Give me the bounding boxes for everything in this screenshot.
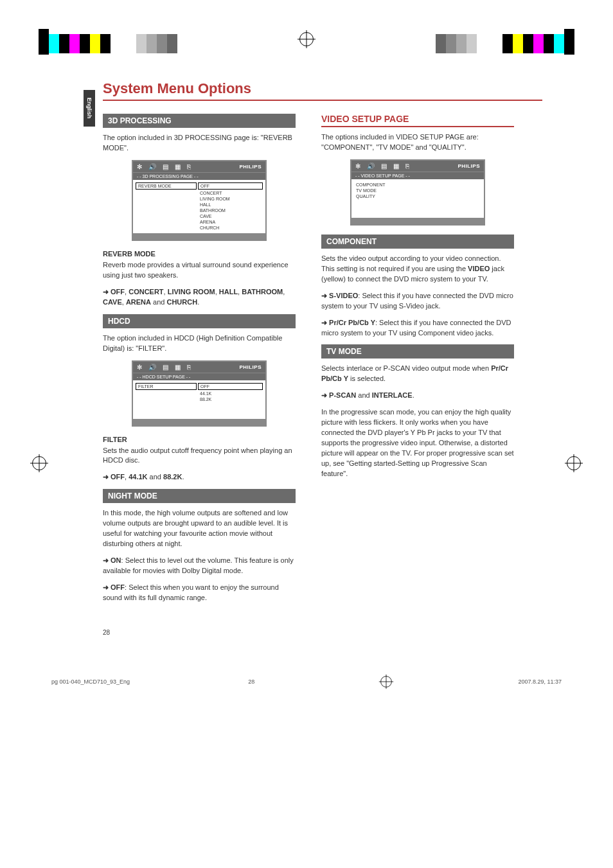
- osd-option: BATHROOM: [198, 208, 263, 213]
- exit-icon: ⎘: [405, 163, 409, 170]
- grid-icon: ▦: [393, 163, 399, 170]
- osd-brand: PHILIPS: [458, 163, 480, 169]
- gear-icon: ✻: [137, 163, 142, 170]
- reg-right: [436, 32, 574, 55]
- osd-option: COMPONENT: [354, 182, 415, 188]
- body-text: Sets the audio output cutoff frequency p…: [103, 446, 296, 466]
- osd-option: ARENA: [198, 219, 263, 225]
- osd-right-selected: OFF: [198, 383, 263, 390]
- section-tv-mode: TV MODE: [321, 344, 514, 359]
- osd-brand: PHILIPS: [239, 164, 262, 170]
- option-svideo: ➜ S-VIDEO: Select this if you have conne…: [321, 291, 514, 312]
- heading-reverb-mode: REVERB MODE: [103, 250, 296, 258]
- title-rule: [103, 100, 542, 101]
- osd-option: 44.1K: [198, 391, 263, 396]
- footer-meta: pg 001-040_MCD710_93_Eng 28 2007.8.29, 1…: [51, 675, 562, 689]
- body-text: The options included in VIDEO SETUP PAGE…: [321, 132, 514, 153]
- heading-filter: FILTER: [103, 436, 296, 443]
- osd-brand: PHILIPS: [239, 364, 262, 370]
- body-text: Selects interlace or P-SCAN video output…: [321, 364, 514, 384]
- exit-icon: ⎘: [187, 364, 191, 371]
- page-title: System Menu Options: [103, 80, 542, 97]
- osd-option: TV MODE: [354, 188, 415, 193]
- body-text: The option included in 3D PROCESSING pag…: [103, 133, 296, 154]
- crosshair-icon: [381, 676, 393, 687]
- body-text: Reverb mode provides a virtual surround …: [103, 260, 296, 281]
- option-list: ➜ OFF, CONCERT, LIVING ROOM, HALL, BATHR…: [103, 287, 296, 308]
- option-on: ➜ ON: Select this to level out the volum…: [103, 556, 296, 576]
- gear-icon: ✻: [137, 364, 142, 371]
- option-off: ➜ OFF: Select this when you want to enjo…: [103, 583, 296, 603]
- grid-icon: ▦: [175, 163, 181, 170]
- language-tab: English: [84, 90, 95, 127]
- reg-left: [39, 32, 177, 55]
- osd-crumb: - - VIDEO SETUP PAGE - -: [351, 172, 484, 179]
- exit-icon: ⎘: [187, 163, 191, 170]
- list-icon: ▤: [163, 163, 168, 170]
- footer-page: 28: [248, 678, 254, 685]
- crosshair-icon: [299, 32, 314, 46]
- osd-right-selected: OFF: [198, 182, 263, 190]
- option-list: ➜ OFF, 44.1K and 88.2K.: [103, 472, 296, 483]
- osd-option: HALL: [198, 202, 263, 208]
- body-text: The option included in HDCD (High Defini…: [103, 333, 296, 354]
- osd-option: CONCERT: [198, 190, 263, 196]
- body-text: In this mode, the high volume outputs ar…: [103, 508, 296, 549]
- body-text: Sets the video output according to your …: [321, 254, 514, 285]
- gear-icon: ✻: [355, 163, 360, 170]
- speaker-icon: 🔊: [148, 163, 156, 170]
- speaker-icon: 🔊: [148, 364, 156, 371]
- osd-left-selected: REVERB MODE: [136, 182, 197, 190]
- osd-crumb: - - 3D PROCESSING PAGE - -: [133, 172, 265, 180]
- osd-icons: ✻ 🔊 ▤ ▦ ⎘: [137, 364, 191, 371]
- body-text: In the progressive scan mode, you can en…: [321, 407, 514, 479]
- page-number: 28: [103, 629, 542, 636]
- option-list: ➜ P-SCAN and INTERLACE.: [321, 391, 514, 401]
- speaker-icon: 🔊: [367, 163, 375, 170]
- list-icon: ▤: [381, 163, 387, 170]
- osd-video-setup: ✻ 🔊 ▤ ▦ ⎘ PHILIPS - - VIDEO SETUP PAGE -…: [350, 159, 485, 226]
- section-component: COMPONENT: [321, 235, 514, 249]
- osd-icons: ✻ 🔊 ▤ ▦ ⎘: [355, 163, 409, 170]
- footer-date: 2007.8.29, 11:37: [518, 678, 562, 685]
- osd-option: CHURCH: [198, 225, 263, 231]
- heading-video-setup: VIDEO SETUP PAGE: [321, 114, 514, 127]
- list-icon: ▤: [163, 364, 168, 371]
- osd-left-selected: FILTER: [136, 383, 197, 390]
- right-column: VIDEO SETUP PAGE The options included in…: [321, 114, 514, 610]
- section-hdcd: HDCD: [103, 314, 296, 328]
- osd-option: CAVE: [198, 213, 263, 219]
- section-night-mode: NIGHT MODE: [103, 489, 296, 503]
- left-column: 3D PROCESSING The option included in 3D …: [103, 114, 296, 610]
- osd-option: 88.2K: [198, 396, 263, 402]
- section-3d-processing: 3D PROCESSING: [103, 114, 296, 128]
- osd-option: LIVING ROOM: [198, 196, 263, 202]
- osd-3d-processing: ✻ 🔊 ▤ ▦ ⎘ PHILIPS - - 3D PROCESSING PAGE…: [132, 160, 267, 241]
- osd-icons: ✻ 🔊 ▤ ▦ ⎘: [137, 163, 191, 170]
- osd-option: QUALITY: [354, 193, 415, 199]
- option-prcr: ➜ Pr/Cr Pb/Cb Y: Select this if you have…: [321, 318, 514, 339]
- footer-file: pg 001-040_MCD710_93_Eng: [51, 678, 130, 685]
- osd-hdcd: ✻ 🔊 ▤ ▦ ⎘ PHILIPS - - HDCD SETUP PAGE - …: [132, 360, 267, 427]
- osd-crumb: - - HDCD SETUP PAGE - -: [133, 373, 265, 380]
- grid-icon: ▦: [175, 364, 181, 371]
- registration-marks-top: [0, 0, 613, 55]
